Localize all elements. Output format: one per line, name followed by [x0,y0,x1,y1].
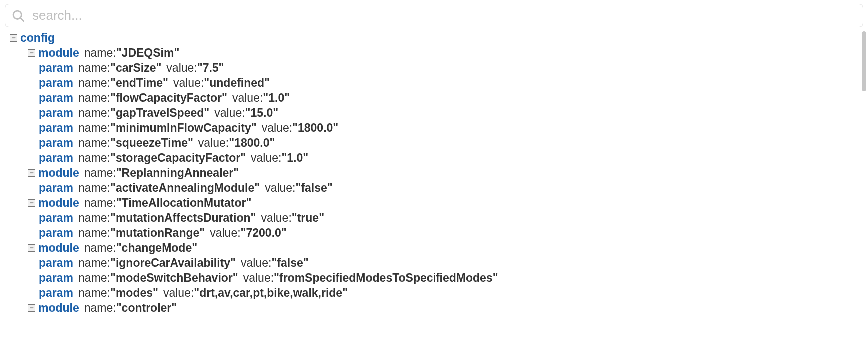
param-value: "1.0" [263,90,290,106]
attr-name-label: value: [173,76,204,90]
node-module[interactable]: modulename: "ReplanningAnnealer" [28,166,862,180]
node-param[interactable]: paramname: "squeezeTime"value: "1800.0" [39,136,862,150]
node-param[interactable]: paramname: "minimumInFlowCapacity"value:… [39,120,862,136]
attr-name-label: name: [78,90,110,106]
param-value: "7200.0" [241,226,287,240]
node-param[interactable]: paramname: "modes"value: "drt,av,car,pt,… [39,286,862,300]
param-value: "drt,av,car,pt,bike,walk,ride" [194,286,348,300]
attr-name-label: name: [78,256,110,270]
node-param[interactable]: paramname: "ignoreCarAvailability"value:… [39,256,862,270]
attr-name-label: name: [84,300,116,316]
node-config[interactable]: config [10,30,862,46]
node-param[interactable]: paramname: "mutationRange"value: "7200.0… [39,226,862,240]
scrollbar-thumb[interactable] [862,32,866,92]
node-param[interactable]: paramname: "gapTravelSpeed"value: "15.0" [39,106,862,120]
tag-param: param [39,226,73,240]
param-value: "15.0" [245,106,279,120]
node-param[interactable]: paramname: "mutationAffectsDuration"valu… [39,210,862,226]
param-name: "gapTravelSpeed" [110,106,209,120]
attr-name-label: value: [210,226,240,240]
param-value: "1800.0" [229,136,275,150]
param-value: "7.5" [197,60,224,76]
attr-name-label: name: [84,166,116,180]
attr-name-label: value: [251,150,281,166]
tag-param: param [39,286,73,300]
param-name: "minimumInFlowCapacity" [110,120,257,136]
tag-module: module [38,196,79,210]
tag-param: param [39,120,73,136]
attr-name-label: name: [84,46,116,60]
tag-param: param [39,150,73,166]
tag-param: param [39,210,73,226]
param-name: "modes" [110,286,158,300]
param-name: "ignoreCarAvailability" [110,256,236,270]
tag-config: config [20,30,55,46]
tag-param: param [39,76,73,90]
node-module[interactable]: modulename: "TimeAllocationMutator" [28,196,862,210]
param-name: "activateAnnealingModule" [110,180,260,196]
tag-module: module [38,166,79,180]
attr-name-label: name: [78,76,110,90]
attr-name-label: name: [78,60,110,76]
attr-name-label: name: [78,226,110,240]
xml-tree: configmodulename: "JDEQSim"paramname: "c… [0,30,868,350]
node-param[interactable]: paramname: "flowCapacityFactor"value: "1… [39,90,862,106]
param-value: "false" [296,180,333,196]
attr-name-label: name: [78,120,110,136]
node-param[interactable]: paramname: "endTime"value: "undefined" [39,76,862,90]
tag-param: param [39,106,73,120]
param-name: "squeezeTime" [110,136,193,150]
search-bar[interactable] [5,4,863,28]
attr-name-label: name: [78,136,110,150]
param-value: "false" [271,256,308,270]
param-value: "fromSpecifiedModesToSpecifiedModes" [274,270,498,286]
tag-param: param [39,270,73,286]
module-name: "TimeAllocationMutator" [116,196,252,210]
attr-name-label: value: [198,136,229,150]
collapse-icon[interactable] [28,244,35,252]
attr-name-label: name: [78,106,110,120]
attr-name-label: value: [214,106,245,120]
tag-param: param [39,136,73,150]
param-name: "flowCapacityFactor" [110,90,227,106]
tag-param: param [39,256,73,270]
attr-name-label: name: [78,286,110,300]
tag-param: param [39,90,73,106]
module-name: "ReplanningAnnealer" [116,166,239,180]
param-name: "mutationRange" [110,226,205,240]
collapse-icon[interactable] [28,170,35,177]
attr-name-label: value: [241,256,271,270]
node-module[interactable]: modulename: "JDEQSim" [28,46,862,60]
tag-module: module [38,46,79,60]
module-name: "controler" [116,300,177,316]
search-icon [11,9,25,23]
node-param[interactable]: paramname: "carSize"value: "7.5" [39,60,862,76]
param-name: "modeSwitchBehavior" [110,270,238,286]
attr-name-label: value: [163,286,194,300]
collapse-icon[interactable] [10,34,17,42]
param-name: "storageCapacityFactor" [110,150,246,166]
attr-name-label: name: [78,270,110,286]
collapse-icon[interactable] [28,304,35,312]
attr-name-label: value: [243,270,274,286]
attr-name-label: name: [84,196,116,210]
module-name: "changeMode" [116,240,197,256]
attr-name-label: value: [262,120,292,136]
node-module[interactable]: modulename: "changeMode" [28,240,862,256]
tag-module: module [38,240,79,256]
attr-name-label: value: [265,180,295,196]
node-param[interactable]: paramname: "modeSwitchBehavior"value: "f… [39,270,862,286]
search-input[interactable] [31,8,857,24]
collapse-icon[interactable] [28,50,35,57]
node-param[interactable]: paramname: "activateAnnealingModule"valu… [39,180,862,196]
node-module[interactable]: modulename: "controler" [28,300,862,316]
tag-param: param [39,180,73,196]
attr-name-label: value: [261,210,291,226]
attr-name-label: name: [78,180,110,196]
node-param[interactable]: paramname: "storageCapacityFactor"value:… [39,150,862,166]
param-name: "endTime" [110,76,168,90]
collapse-icon[interactable] [28,200,35,207]
param-value: "undefined" [204,76,270,90]
module-name: "JDEQSim" [116,46,180,60]
attr-name-label: name: [78,210,110,226]
